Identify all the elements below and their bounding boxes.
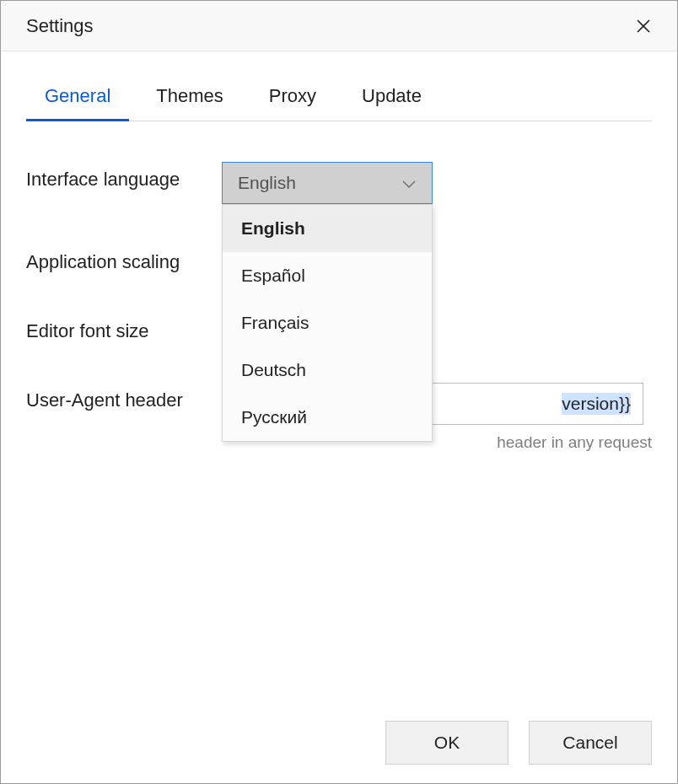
label-interface-language: Interface language [26, 162, 222, 191]
tab-update[interactable]: Update [343, 75, 440, 121]
label-application-scaling: Application scaling [26, 244, 222, 273]
language-option-english[interactable]: English [223, 205, 432, 252]
tab-proxy[interactable]: Proxy [250, 75, 335, 121]
titlebar: Settings [1, 1, 677, 51]
interface-language-value: English [238, 173, 296, 193]
language-option-deutsch[interactable]: Deutsch [223, 346, 432, 394]
interface-language-dropdown: English Español Français Deutsch Русский [222, 204, 433, 442]
ok-button[interactable]: OK [385, 721, 508, 765]
dialog-footer: OK Cancel [1, 702, 677, 783]
language-option-espanol[interactable]: Español [223, 252, 432, 299]
cancel-button[interactable]: Cancel [529, 721, 652, 765]
label-editor-font-size: Editor font size [26, 314, 222, 342]
chevron-down-icon [401, 173, 417, 193]
tab-themes[interactable]: Themes [137, 75, 241, 121]
general-form: Interface language English English Españ… [26, 121, 652, 452]
settings-dialog: Settings General Themes Proxy Update Int… [0, 0, 678, 784]
language-option-francais[interactable]: Français [223, 299, 432, 346]
label-user-agent-header: User-Agent header [26, 383, 222, 411]
field-interface-language: English English Español Français Deutsch… [222, 162, 652, 204]
dialog-title: Settings [26, 15, 94, 37]
tab-general[interactable]: General [26, 75, 129, 121]
interface-language-select[interactable]: English [222, 162, 433, 204]
user-agent-value-suffix: version}} [562, 393, 631, 415]
language-option-russian[interactable]: Русский [223, 394, 432, 441]
close-button[interactable] [630, 13, 657, 40]
close-icon [636, 19, 651, 34]
dialog-content: General Themes Proxy Update Interface la… [1, 51, 677, 702]
tab-bar: General Themes Proxy Update [26, 75, 652, 121]
row-interface-language: Interface language English English Españ… [26, 162, 652, 204]
